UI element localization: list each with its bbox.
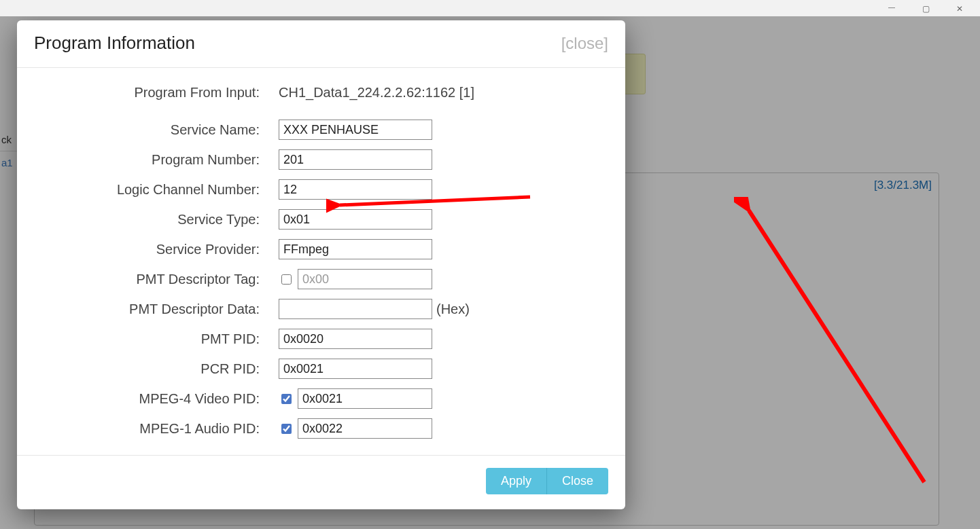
row-lcn: Logic Channel Number: bbox=[34, 179, 608, 200]
label-service-name: Service Name: bbox=[34, 122, 279, 138]
window-minimize-icon[interactable] bbox=[885, 3, 898, 14]
input-pmt-desc-data[interactable] bbox=[279, 299, 432, 319]
label-mpeg1-audio-pid: MPEG-1 Audio PID: bbox=[34, 421, 279, 437]
row-pmt-desc-data: PMT Descriptor Data: (Hex) bbox=[34, 299, 608, 319]
checkbox-pmt-desc-tag[interactable] bbox=[281, 274, 292, 285]
row-program-from-input: Program From Input: CH1_Data1_224.2.2.62… bbox=[34, 85, 608, 101]
label-lcn: Logic Channel Number: bbox=[34, 182, 279, 198]
input-pcr-pid[interactable] bbox=[279, 359, 432, 379]
label-pmt-pid: PMT PID: bbox=[34, 331, 279, 347]
label-service-type: Service Type: bbox=[34, 212, 279, 227]
input-program-number[interactable] bbox=[279, 149, 432, 170]
label-pmt-desc-data: PMT Descriptor Data: bbox=[34, 302, 279, 317]
label-program-from-input: Program From Input: bbox=[34, 85, 279, 101]
checkbox-mpeg1-audio-pid[interactable] bbox=[281, 424, 292, 434]
modal-footer: Apply Close bbox=[17, 455, 625, 509]
row-pcr-pid: PCR PID: bbox=[34, 359, 608, 379]
input-mpeg4-video-pid[interactable] bbox=[298, 388, 432, 409]
modal-body: Program From Input: CH1_Data1_224.2.2.62… bbox=[17, 68, 625, 455]
row-service-provider: Service Provider: bbox=[34, 239, 608, 259]
row-pmt-desc-tag: PMT Descriptor Tag: bbox=[34, 269, 608, 289]
row-program-number: Program Number: bbox=[34, 149, 608, 170]
row-mpeg1-audio-pid: MPEG-1 Audio PID: bbox=[34, 418, 608, 439]
input-lcn[interactable] bbox=[279, 179, 432, 200]
modal-header: Program Information [close] bbox=[17, 20, 625, 68]
checkbox-mpeg4-video-pid[interactable] bbox=[281, 394, 292, 404]
label-service-provider: Service Provider: bbox=[34, 242, 279, 257]
suffix-hex: (Hex) bbox=[436, 302, 470, 317]
footer-button-group: Apply Close bbox=[486, 468, 608, 494]
apply-button[interactable]: Apply bbox=[486, 468, 546, 494]
input-service-name[interactable] bbox=[279, 120, 432, 140]
input-pmt-pid[interactable] bbox=[279, 329, 432, 349]
input-service-type[interactable] bbox=[279, 209, 432, 230]
row-service-type: Service Type: bbox=[34, 209, 608, 230]
program-info-modal: Program Information [close] Program From… bbox=[17, 20, 625, 509]
window-close-icon[interactable] bbox=[953, 3, 966, 14]
input-pmt-desc-tag[interactable] bbox=[298, 269, 432, 289]
row-service-name: Service Name: bbox=[34, 120, 608, 140]
row-mpeg4-video-pid: MPEG-4 Video PID: bbox=[34, 388, 608, 409]
modal-close-link[interactable]: [close] bbox=[561, 34, 608, 53]
modal-title: Program Information bbox=[34, 33, 195, 54]
window-titlebar bbox=[0, 0, 980, 16]
label-program-number: Program Number: bbox=[34, 152, 279, 168]
row-pmt-pid: PMT PID: bbox=[34, 329, 608, 349]
label-mpeg4-video-pid: MPEG-4 Video PID: bbox=[34, 391, 279, 407]
close-button[interactable]: Close bbox=[546, 468, 608, 494]
value-program-from-input: CH1_Data1_224.2.2.62:1162 [1] bbox=[279, 85, 608, 101]
label-pmt-desc-tag: PMT Descriptor Tag: bbox=[34, 272, 279, 287]
window-maximize-icon[interactable] bbox=[919, 3, 932, 14]
input-service-provider[interactable] bbox=[279, 239, 432, 259]
label-pcr-pid: PCR PID: bbox=[34, 361, 279, 377]
input-mpeg1-audio-pid[interactable] bbox=[298, 418, 432, 439]
